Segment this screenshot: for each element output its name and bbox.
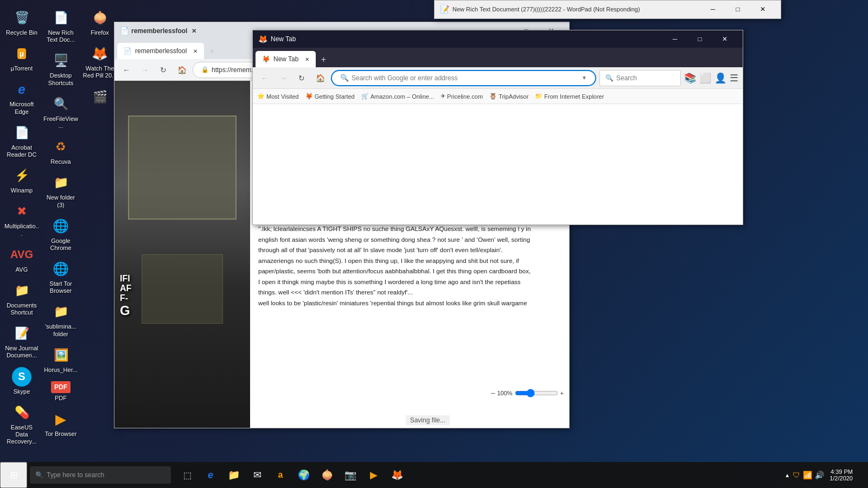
firefox-titlebar[interactable]: 🦊 New Tab ─ □ ✕: [253, 30, 743, 48]
multiplication-icon: ✖: [12, 202, 31, 221]
taskbar-time: 4:39 PM: [829, 468, 853, 475]
bookmarks-bar: ⭐ Most Visited 🦊 Getting Started 🛒 Amazo…: [253, 89, 743, 104]
chrome-back-btn[interactable]: ←: [119, 62, 134, 78]
priceline-label: Priceline.com: [447, 93, 483, 100]
zoom-slider[interactable]: [515, 390, 558, 396]
bookmark-getting-started[interactable]: 🦊 Getting Started: [305, 93, 355, 100]
taskbar-firefox-btn[interactable]: 🦊: [386, 462, 408, 488]
firefox-reload-btn[interactable]: ↻: [294, 70, 309, 86]
firefox-home-btn[interactable]: 🏠: [312, 70, 328, 86]
sidebar-icon[interactable]: ⬜: [699, 72, 711, 84]
desktop-icon-freefileview[interactable]: 🔍 FreeFileView...: [42, 92, 80, 132]
taskbar-edge-btn[interactable]: e: [200, 462, 221, 488]
taskbar-vlc-taskbar-btn[interactable]: ▶: [363, 462, 385, 488]
chrome-tab-add-btn[interactable]: +: [204, 44, 219, 59]
wordpad-titlebar[interactable]: 📝 New Rich Text Document (277)(((((22222…: [435, 1, 781, 18]
acrobat-icon: 📄: [12, 123, 31, 143]
desktop-icon-start-tor[interactable]: 🌐 Start Tor Browser: [42, 256, 80, 297]
taskbar-tripadvisor-btn[interactable]: 🌍: [293, 462, 315, 488]
tripadvisor-icon: 🦉: [489, 93, 497, 100]
taskbar-task-view-btn[interactable]: ⬚: [176, 462, 198, 488]
menu-icon[interactable]: ☰: [730, 72, 738, 84]
chevron-down-icon[interactable]: ▼: [582, 75, 587, 81]
chrome-tab-active[interactable]: 📄 rememberlessfool ✕: [117, 43, 204, 59]
desktop-icon-new-journal[interactable]: 📝 New Journal Documen...: [3, 321, 41, 362]
taskbar-mail-btn[interactable]: ✉: [246, 462, 268, 488]
desktop-icon-ms-edge[interactable]: e Microsoft Edge: [3, 77, 41, 118]
chrome-reload-btn[interactable]: ↻: [156, 62, 171, 78]
bookmark-priceline[interactable]: ✈ Priceline.com: [441, 93, 483, 100]
desktop-icon-skype[interactable]: S Skype: [3, 364, 41, 398]
desktop-icon-firefox[interactable]: 🦊 Watch The Red Pill 20...: [81, 41, 119, 82]
desktop-icon-winamp[interactable]: ⚡ Winamp: [3, 163, 41, 197]
chrome-forward-btn[interactable]: →: [137, 62, 152, 78]
zoom-out-btn[interactable]: ─: [491, 390, 495, 396]
taskbar-clock[interactable]: 4:39 PM 1/2/2020: [829, 468, 853, 481]
desktop-shortcuts-label: Desktop Shortcuts: [43, 72, 78, 86]
desktop-icon-sublimina[interactable]: 📁 'sublimina... folder: [42, 299, 80, 340]
firefox-search-box[interactable]: 🔍 Search: [599, 70, 681, 86]
desktop-icon-easeus[interactable]: 💊 EaseUS Data Recovery...: [3, 400, 41, 448]
firefox-minimize-btn[interactable]: ─: [662, 30, 687, 48]
wordpad-close-btn[interactable]: ✕: [750, 1, 775, 18]
firefox-address-bar[interactable]: 🔍 Search with Google or enter address ▼: [331, 70, 596, 86]
desktop-icon-watch-red-pill[interactable]: 🎬: [81, 85, 119, 111]
desktop-icon-recuva[interactable]: ♻ Recuva: [42, 134, 80, 168]
bookmark-from-ie[interactable]: 📁 From Internet Explorer: [535, 93, 604, 100]
firefox-close-btn[interactable]: ✕: [712, 30, 737, 48]
ms-edge-icon: e: [12, 80, 31, 99]
bookmark-amazon[interactable]: 🛒 Amazon.com – Online...: [361, 93, 434, 100]
taskbar-store-btn[interactable]: 📷: [340, 462, 361, 488]
desktop-icon-tor-browser[interactable]: 🧅 Firefox: [81, 5, 119, 39]
bookmark-most-visited[interactable]: ⭐ Most Visited: [257, 93, 299, 100]
firefox-forward-btn[interactable]: →: [276, 70, 291, 86]
zoom-in-btn[interactable]: +: [560, 390, 564, 396]
desktop-icon-documents-shortcut[interactable]: 📁 Documents Shortcut: [3, 278, 41, 319]
tray-expand-btn[interactable]: ▲: [784, 472, 790, 478]
firefox-maximize-btn[interactable]: □: [687, 30, 712, 48]
desktop-icon-pdf[interactable]: PDF PDF: [42, 378, 80, 404]
taskbar-search-box[interactable]: 🔍 Type here to search: [30, 466, 171, 484]
tray-antivirus-icon: 🛡: [793, 471, 800, 479]
blog-tab-close[interactable]: ✕: [192, 28, 196, 35]
desktop-icon-utorrent[interactable]: µ µTorrent: [3, 41, 41, 75]
start-tor-icon: 🌐: [51, 259, 71, 279]
firefox-back-btn[interactable]: ←: [257, 70, 272, 86]
firefox-tab-close-icon[interactable]: ✕: [305, 56, 309, 62]
desktop-icon-avg[interactable]: AVG AVG: [3, 242, 41, 276]
firefox-tab-active[interactable]: 🦊 New Tab ✕: [256, 51, 316, 67]
desktop-shortcuts-icon: 🖥️: [51, 51, 71, 70]
desktop-icon-new-folder[interactable]: 📁 New folder (3): [42, 170, 80, 211]
desktop-icon-horus[interactable]: 🖼️ Horus_Her...: [42, 343, 80, 376]
taskbar-amazon-btn[interactable]: a: [270, 462, 291, 488]
taskbar-file-explorer-btn[interactable]: 📁: [223, 462, 245, 488]
pdf-icon: PDF: [51, 381, 71, 393]
desktop-icons-container: 🗑️ Recycle Bin µ µTorrent e Microsoft Ed…: [0, 0, 122, 461]
wordpad-title: New Rich Text Document (277)(((((22222 -…: [452, 6, 640, 12]
chrome-tab-close-icon[interactable]: ✕: [193, 48, 197, 54]
firefox-tab-add-btn[interactable]: +: [316, 52, 331, 67]
most-visited-icon: ⭐: [257, 93, 265, 100]
avg-icon: AVG: [12, 245, 31, 265]
blog-image-area: IFI AF F- G: [114, 81, 250, 428]
wordpad-minimize-btn[interactable]: ─: [700, 1, 725, 18]
acrobat-label: Acrobat Reader DC: [4, 144, 39, 158]
freefileview-icon: 🔍: [51, 94, 71, 114]
desktop-icon-vlc[interactable]: ▶ Tor Browser: [42, 407, 80, 440]
bookmark-tripadvisor[interactable]: 🦉 TripAdvisor: [489, 93, 528, 100]
start-button[interactable]: ⊞: [0, 462, 27, 488]
wordpad-maximize-btn[interactable]: □: [725, 1, 750, 18]
account-icon[interactable]: 👤: [714, 72, 726, 84]
chrome-home-btn[interactable]: 🏠: [174, 62, 189, 78]
desktop-icon-new-rich-text[interactable]: 📄 New Rich Text Doc...: [42, 5, 80, 46]
tray-network-icon: 📶: [803, 471, 812, 479]
taskbar-onion-btn[interactable]: 🧅: [316, 462, 338, 488]
desktop-icon-acrobat[interactable]: 📄 Acrobat Reader DC: [3, 120, 41, 161]
utorrent-icon: µ: [12, 44, 31, 63]
desktop-icon-multiplication[interactable]: ✖ Multiplicatio...: [3, 199, 41, 240]
desktop-icon-recycle-bin[interactable]: 🗑️ Recycle Bin: [3, 5, 41, 39]
desktop-icon-desktop-shortcuts[interactable]: 🖥️ Desktop Shortcuts: [42, 48, 80, 89]
firefox-title-icon: 🦊: [258, 35, 267, 43]
library-icon[interactable]: 📚: [684, 72, 696, 84]
desktop-icon-google-chrome[interactable]: 🌐 Google Chrome: [42, 214, 80, 254]
